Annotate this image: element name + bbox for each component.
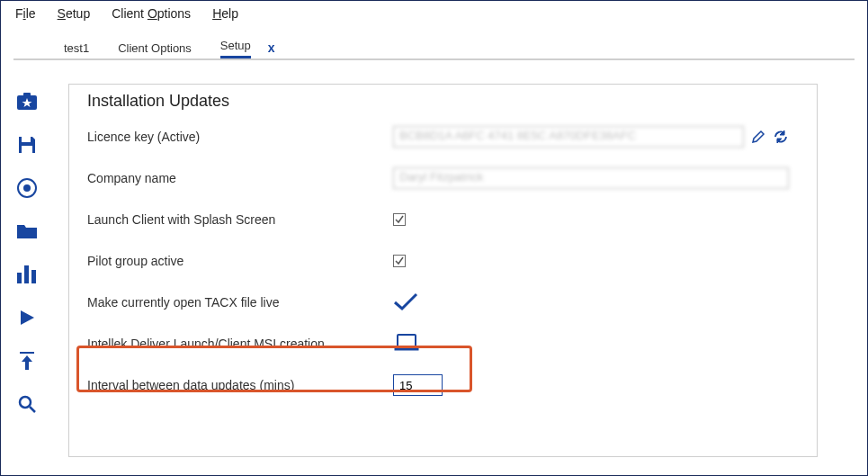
svg-marker-10 (21, 310, 34, 325)
make-live-button[interactable] (393, 292, 418, 314)
company-name-input[interactable]: Daryl Fitzpatrick (393, 167, 789, 189)
row-splash-screen: Launch Client with Splash Screen (87, 199, 817, 240)
svg-point-6 (23, 184, 31, 192)
menu-help[interactable]: Help (212, 6, 238, 21)
record-icon[interactable] (16, 177, 38, 199)
upload-icon[interactable] (18, 350, 36, 372)
splash-checkbox[interactable] (393, 213, 406, 226)
tab-test1[interactable]: test1 (64, 41, 89, 58)
refresh-icon[interactable] (773, 130, 789, 144)
splash-label: Launch Client with Splash Screen (87, 212, 393, 227)
licence-key-label: Licence key (Active) (87, 130, 393, 144)
folder-icon[interactable] (16, 220, 38, 242)
svg-rect-4 (22, 146, 32, 153)
company-name-label: Company name (87, 171, 393, 185)
favorites-icon[interactable] (16, 91, 38, 112)
save-icon[interactable] (17, 134, 37, 156)
svg-rect-17 (398, 335, 416, 346)
row-msi-creation: Intellek Deliver Launch/Client MSI creat… (87, 323, 817, 364)
menu-file[interactable]: File (15, 6, 36, 21)
row-pilot-group: Pilot group active (87, 240, 817, 282)
row-make-live: Make currently open TACX file live (87, 282, 817, 323)
licence-key-input[interactable]: BCB8D1A A6FC 4741 8E5C A870DFE38AFC (393, 126, 744, 148)
stats-icon[interactable] (17, 264, 37, 285)
svg-rect-9 (31, 270, 36, 283)
play-icon[interactable] (18, 307, 36, 328)
tab-client-options[interactable]: Client Options (118, 41, 192, 58)
tab-underline (13, 58, 855, 60)
tabstrip: test1 Client Options Setup x (1, 37, 867, 60)
menubar: File Setup Client Options Help (1, 1, 867, 28)
svg-marker-12 (22, 355, 32, 370)
svg-rect-3 (22, 137, 31, 142)
msi-button[interactable] (393, 333, 420, 355)
make-live-label: Make currently open TACX file live (87, 295, 393, 310)
tab-setup[interactable]: Setup (220, 39, 251, 58)
search-icon[interactable] (17, 393, 37, 415)
svg-rect-7 (17, 273, 22, 283)
row-interval: Interval between data updates (mins) (87, 364, 817, 406)
svg-rect-8 (24, 265, 29, 283)
edit-icon[interactable] (751, 130, 765, 144)
svg-rect-1 (23, 93, 31, 97)
menu-setup[interactable]: Setup (58, 6, 91, 21)
sidebar (10, 91, 44, 415)
svg-line-14 (30, 407, 35, 412)
msi-label: Intellek Deliver Launch/Client MSI creat… (87, 337, 393, 351)
interval-input[interactable] (393, 374, 443, 396)
pilot-checkbox[interactable] (393, 255, 406, 267)
row-licence-key: Licence key (Active) BCB8D1A A6FC 4741 8… (87, 116, 817, 157)
interval-label: Interval between data updates (mins) (87, 378, 393, 392)
panel-title: Installation Updates (87, 92, 817, 111)
installation-updates-panel: Installation Updates Licence key (Active… (68, 84, 818, 457)
tab-close-button[interactable]: x (268, 40, 275, 58)
pilot-label: Pilot group active (87, 254, 393, 268)
svg-point-13 (20, 397, 31, 408)
svg-rect-18 (395, 347, 418, 350)
row-company-name: Company name Daryl Fitzpatrick (87, 157, 817, 199)
menu-client-options[interactable]: Client Options (112, 6, 191, 21)
